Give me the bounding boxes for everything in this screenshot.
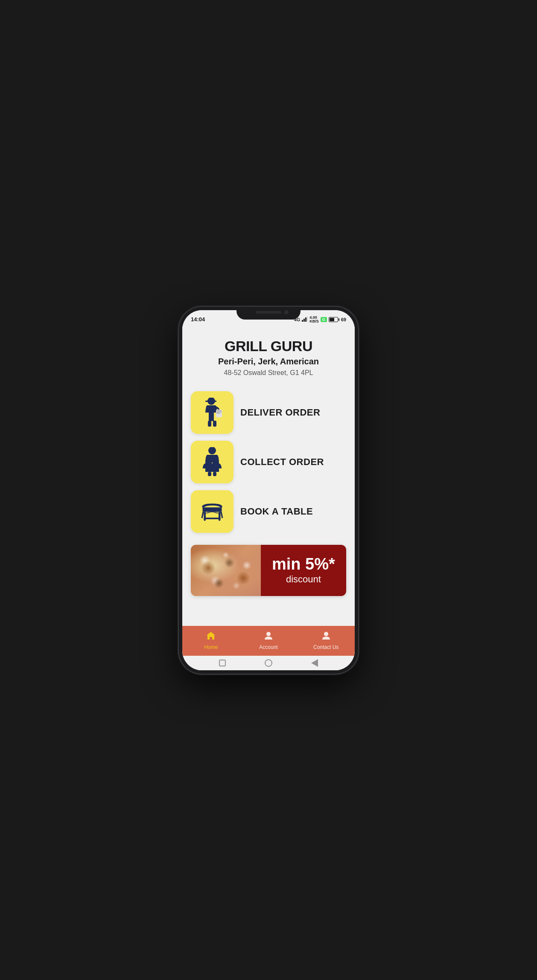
nav-account[interactable]: Account — [240, 626, 298, 656]
order-options: DELIVER ORDER — [182, 385, 355, 539]
home-icon — [206, 631, 216, 643]
book-table-label: BOOK A TABLE — [240, 506, 313, 517]
header-section: GRILL GURU Peri-Peri, Jerk, American 48-… — [182, 326, 355, 385]
svg-rect-2 — [305, 317, 306, 322]
battery-icon — [329, 317, 339, 322]
home-button[interactable] — [265, 659, 272, 667]
collect-order-label: COLLECT ORDER — [240, 457, 324, 468]
promo-banner[interactable]: min 5%* discount — [191, 545, 346, 596]
collect-icon-box — [191, 441, 233, 483]
svg-rect-1 — [304, 319, 305, 322]
deliver-order-option[interactable]: DELIVER ORDER — [191, 390, 346, 436]
book-table-option[interactable]: BOOK A TABLE — [191, 489, 346, 535]
promo-discount: discount — [286, 574, 321, 585]
battery-level: 69 — [341, 317, 346, 322]
deliver-icon-box — [191, 391, 233, 434]
phone-screen: 14:04 4G 4.00KB/S G 69 — [182, 310, 355, 670]
svg-rect-17 — [213, 472, 216, 476]
delivery-person-icon — [199, 398, 225, 427]
svg-rect-16 — [208, 472, 211, 476]
contact-icon — [321, 631, 331, 643]
svg-point-12 — [208, 447, 216, 454]
svg-rect-7 — [216, 410, 222, 411]
svg-rect-0 — [302, 320, 303, 322]
promo-text-block: min 5%* discount — [261, 545, 346, 596]
svg-point-22 — [266, 632, 271, 636]
nav-home[interactable]: Home — [182, 626, 240, 656]
app-content: GRILL GURU Peri-Peri, Jerk, American 48-… — [182, 326, 355, 670]
restaurant-address: 48-52 Oswald Street, G1 4PL — [191, 369, 346, 377]
nav-contact-us[interactable]: Contact Us — [297, 626, 355, 656]
svg-rect-8 — [216, 412, 222, 413]
bottom-nav: Home Account — [182, 626, 355, 656]
nav-home-label: Home — [204, 644, 218, 650]
signal-icon — [302, 317, 308, 323]
svg-rect-11 — [213, 421, 216, 427]
phone-frame: 14:04 4G 4.00KB/S G 69 — [179, 307, 358, 674]
svg-rect-3 — [307, 317, 308, 322]
system-nav — [182, 656, 355, 670]
data-speed: 4.00KB/S — [309, 316, 319, 323]
account-icon — [264, 631, 273, 643]
camera — [284, 310, 289, 314]
svg-point-23 — [324, 632, 328, 636]
recents-button[interactable] — [311, 659, 318, 667]
restaurant-cuisine: Peri-Peri, Jerk, American — [191, 357, 346, 366]
svg-rect-5 — [205, 401, 216, 402]
restaurant-name: GRILL GURU — [191, 338, 346, 354]
promo-food-image — [191, 545, 261, 596]
table-icon-box — [191, 490, 233, 533]
svg-rect-18 — [203, 507, 222, 512]
nav-account-label: Account — [259, 644, 277, 650]
speaker — [256, 311, 281, 314]
notch — [236, 307, 301, 320]
svg-rect-21 — [204, 518, 221, 519]
status-icons: 4G 4.00KB/S G 69 — [294, 316, 346, 323]
app-badge: G — [321, 317, 327, 322]
table-icon — [199, 497, 225, 526]
back-button[interactable] — [219, 660, 226, 666]
status-time: 14:04 — [191, 316, 205, 323]
svg-rect-10 — [208, 421, 211, 427]
collect-person-icon — [199, 447, 225, 477]
deliver-order-label: DELIVER ORDER — [240, 407, 320, 418]
svg-rect-9 — [216, 413, 220, 414]
collect-order-option[interactable]: COLLECT ORDER — [191, 439, 346, 485]
nav-contact-label: Contact Us — [313, 644, 339, 650]
promo-percent: min 5%* — [272, 556, 335, 572]
